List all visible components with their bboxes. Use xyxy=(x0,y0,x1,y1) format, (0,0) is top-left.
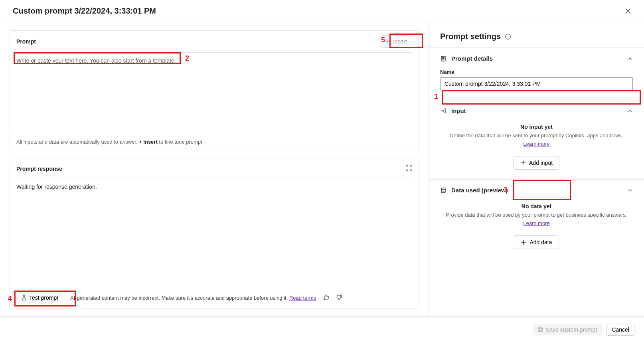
plus-icon xyxy=(520,160,526,166)
cancel-label: Cancel xyxy=(612,326,629,333)
svg-point-2 xyxy=(441,188,445,190)
prompt-helper: All inputs and data are automatically us… xyxy=(10,134,419,150)
insert-label: Insert xyxy=(393,38,407,45)
section-header-input[interactable]: Input xyxy=(429,100,644,121)
test-prompt-button[interactable]: Test prompt xyxy=(16,292,63,303)
chevron-up-icon xyxy=(627,56,633,61)
close-button[interactable] xyxy=(622,5,634,18)
chevron-up-icon xyxy=(627,108,633,114)
chevron-up-icon xyxy=(627,188,633,193)
prompt-placeholder-pre: Write or paste your text here. You can a… xyxy=(16,57,123,64)
expand-button[interactable] xyxy=(406,165,412,173)
read-terms-link[interactable]: Read terms xyxy=(289,295,316,301)
add-input-label: Add input xyxy=(529,160,553,166)
no-input-title: No input yet xyxy=(440,124,633,130)
response-body: Waiting for response generation. xyxy=(10,178,419,287)
flask-icon xyxy=(21,295,27,300)
add-data-button[interactable]: Add data xyxy=(514,235,559,249)
helper-bold: + Insert xyxy=(139,139,158,145)
name-input[interactable] xyxy=(440,77,633,90)
start-from-template-link[interactable]: start from a template xyxy=(123,57,174,64)
data-title: Data used (preview) xyxy=(451,187,622,194)
save-label: Save custom prompt xyxy=(546,326,597,333)
helper-post: to fine tune prompt. xyxy=(158,139,204,145)
close-icon xyxy=(625,8,631,14)
cancel-button[interactable]: Cancel xyxy=(606,324,634,336)
add-data-label: Add data xyxy=(529,239,552,245)
input-learn-more-link[interactable]: Learn more xyxy=(523,141,549,147)
settings-title: Prompt settings xyxy=(440,32,501,41)
data-learn-more-link[interactable]: Learn more xyxy=(523,220,549,226)
disclaimer-text: AI-generated content may be incorrect. M… xyxy=(70,295,289,301)
response-title: Prompt response xyxy=(16,166,62,172)
section-header-data[interactable]: Data used (preview) xyxy=(429,180,644,201)
no-data-title: No data yet xyxy=(440,203,633,210)
input-icon xyxy=(440,108,446,114)
page-title: Custom prompt 3/22/2024, 3:33:01 PM xyxy=(13,6,156,16)
name-label: Name xyxy=(440,69,633,75)
thumbs-up-icon xyxy=(323,294,330,300)
ai-disclaimer: AI-generated content may be incorrect. M… xyxy=(70,295,316,301)
details-title: Prompt details xyxy=(451,55,622,62)
expand-icon xyxy=(406,165,412,171)
input-title: Input xyxy=(451,107,622,114)
thumbs-down-button[interactable] xyxy=(336,294,342,302)
plus-icon xyxy=(385,39,391,44)
save-button[interactable]: Save custom prompt xyxy=(533,324,602,335)
thumbs-down-icon xyxy=(336,294,342,300)
test-prompt-label: Test prompt xyxy=(29,295,58,301)
save-icon xyxy=(538,327,543,332)
section-header-details[interactable]: Prompt details xyxy=(429,48,644,69)
response-card: Prompt response Waiting for response gen… xyxy=(10,160,419,308)
info-icon[interactable] xyxy=(505,34,511,40)
prompt-input[interactable]: Write or paste your text here. You can a… xyxy=(10,53,419,134)
details-icon xyxy=(440,55,446,62)
plus-icon xyxy=(521,239,526,245)
no-data-desc: Provide data that will be used by your p… xyxy=(440,212,633,218)
helper-pre: All inputs and data are automatically us… xyxy=(16,139,139,145)
insert-button[interactable]: Insert xyxy=(380,36,412,47)
prompt-placeholder-post: . xyxy=(174,57,176,64)
add-input-button[interactable]: Add input xyxy=(514,156,559,170)
no-input-desc: Define the data that will be sent to you… xyxy=(440,132,633,138)
thumbs-up-button[interactable] xyxy=(323,294,330,302)
prompt-card: Prompt Insert Write or paste your text h… xyxy=(10,30,419,150)
prompt-title: Prompt xyxy=(16,38,36,45)
database-icon xyxy=(440,187,446,194)
